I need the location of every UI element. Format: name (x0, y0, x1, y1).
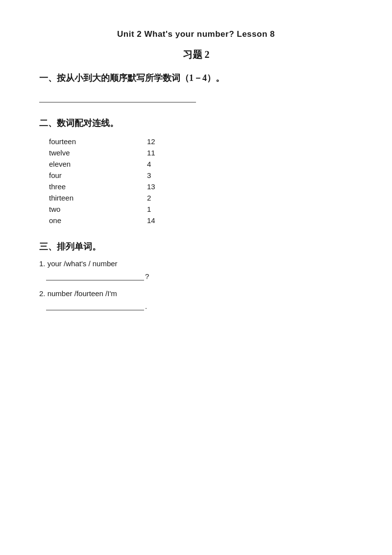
page-title: Unit 2 What's your number? Lesson 8 (39, 29, 353, 39)
match-number: 14 (147, 215, 176, 226)
arrange-item-words: your /what's / number (48, 259, 118, 268)
match-word: two (49, 203, 147, 215)
exercise-title: 习题 2 (39, 48, 353, 61)
match-word: four (49, 170, 147, 181)
answer-punctuation: ? (145, 272, 149, 280)
match-table: fourteen12twelve11eleven4four3three13thi… (49, 136, 176, 226)
section-1-heading: 一、按从小到大的顺序默写所学数词（1－4）。 (39, 72, 353, 84)
match-number: 13 (147, 181, 176, 192)
answer-line[interactable] (46, 301, 144, 310)
match-row: two1 (49, 203, 176, 215)
match-word: three (49, 181, 147, 192)
match-number: 2 (147, 192, 176, 203)
match-row: one14 (49, 215, 176, 226)
answer-line[interactable] (46, 271, 144, 280)
section-3-heading: 三、排列单词。 (39, 241, 353, 252)
section-1-write-line[interactable] (39, 91, 196, 102)
match-row: three13 (49, 181, 176, 192)
match-number: 11 (147, 147, 176, 158)
arrange-item-words: number /fourteen /I'm (48, 289, 117, 298)
arrange-item-number: 2. (39, 289, 48, 298)
section-1: 一、按从小到大的顺序默写所学数词（1－4）。 (39, 72, 353, 102)
section-2-heading: 二、数词配对连线。 (39, 117, 353, 129)
match-word: one (49, 215, 147, 226)
match-row: four3 (49, 170, 176, 181)
arrange-list: 1. your /what's / number?2. number /four… (39, 259, 353, 310)
match-word: eleven (49, 158, 147, 170)
match-number: 4 (147, 158, 176, 170)
match-number: 12 (147, 136, 176, 147)
section-2: 二、数词配对连线。 fourteen12twelve11eleven4four3… (39, 117, 353, 226)
arrange-item: 2. number /fourteen /I'm. (39, 289, 353, 310)
match-number: 1 (147, 203, 176, 215)
match-row: eleven4 (49, 158, 176, 170)
answer-punctuation: . (145, 302, 147, 310)
match-word: twelve (49, 147, 147, 158)
match-number: 3 (147, 170, 176, 181)
match-row: thirteen2 (49, 192, 176, 203)
match-word: thirteen (49, 192, 147, 203)
section-3: 三、排列单词。 1. your /what's / number?2. numb… (39, 241, 353, 310)
match-word: fourteen (49, 136, 147, 147)
arrange-item: 1. your /what's / number? (39, 259, 353, 280)
match-row: twelve11 (49, 147, 176, 158)
match-row: fourteen12 (49, 136, 176, 147)
arrange-item-number: 1. (39, 259, 48, 268)
